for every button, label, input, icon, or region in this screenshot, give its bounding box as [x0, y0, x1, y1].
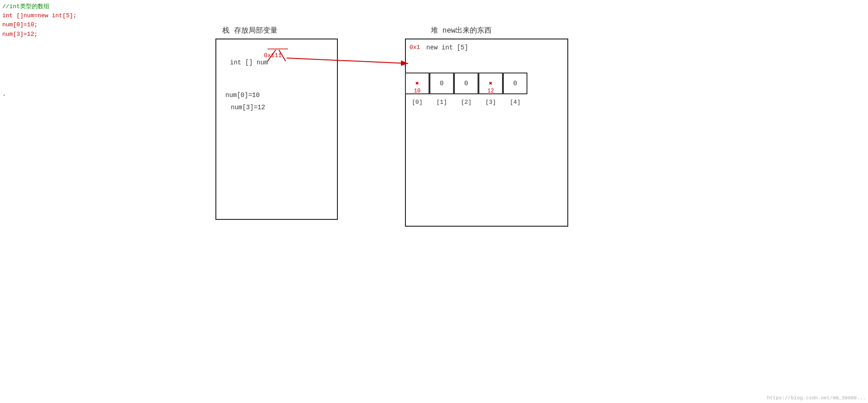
stack-label: 栈 存放局部变量: [222, 26, 278, 35]
dot-marker: .: [2, 90, 6, 97]
cell-3-annotation: 12: [488, 88, 494, 94]
cell-0-annotation: 10: [414, 88, 420, 94]
code-line2: num[0]=10;: [2, 20, 98, 30]
array-cell-4: 0: [503, 73, 527, 94]
cell-3-icon: ✖: [489, 80, 493, 87]
cell-4-value: 0: [513, 80, 517, 87]
array-cell-2: 0: [454, 73, 478, 94]
heap-box: 0x1 new int [5]: [405, 39, 568, 227]
heap-addr: 0x1: [410, 44, 420, 51]
cell-1-value: 0: [440, 80, 444, 87]
array-cell-1: 0: [429, 73, 454, 94]
heap-label: 堆 new出来的东西: [431, 26, 492, 35]
stack-val1: num[0]=10: [225, 92, 260, 99]
array-index-0: [0]: [405, 99, 429, 106]
code-line1: int []num=new int[5];: [2, 11, 98, 21]
heap-title: new int [5]: [426, 44, 468, 51]
code-comment: //int类型的数组: [2, 2, 98, 11]
stack-var-name: int [] num: [230, 59, 268, 66]
array-cell-0: ✖ 10: [405, 73, 429, 94]
array-cells: ✖ 10 0 0 ✖ 12 0: [405, 73, 527, 94]
array-indices: [0] [1] [2] [3] [4]: [405, 99, 527, 106]
array-index-2: [2]: [454, 99, 478, 106]
stack-box: 0x111 int [] num num[0]=10 num[3]=12: [215, 39, 338, 220]
code-section: //int类型的数组 int []num=new int[5]; num[0]=…: [2, 2, 98, 39]
array-index-4: [4]: [503, 99, 527, 106]
code-line3: num[3]=12;: [2, 30, 98, 39]
cell-2-value: 0: [464, 80, 468, 87]
array-index-3: [3]: [478, 99, 503, 106]
stack-addr-label: 0x111: [264, 52, 282, 59]
watermark: https://blog.csdn.net/m0_50609...: [767, 395, 866, 401]
cell-0-icon: ✖: [415, 80, 419, 87]
array-cell-3: ✖ 12: [478, 73, 503, 94]
stack-val2: num[3]=12: [231, 104, 265, 111]
array-index-1: [1]: [429, 99, 454, 106]
